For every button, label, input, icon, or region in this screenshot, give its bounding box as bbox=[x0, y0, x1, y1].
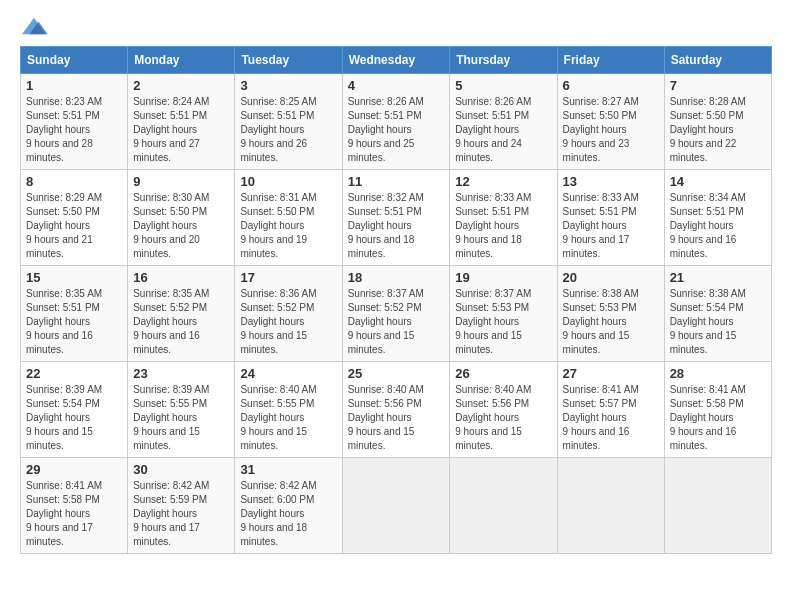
day-number: 4 bbox=[348, 78, 445, 93]
daylight-value: 9 hours and 15 minutes. bbox=[240, 330, 307, 355]
daylight-value: 9 hours and 17 minutes. bbox=[133, 522, 200, 547]
day-number: 27 bbox=[563, 366, 659, 381]
calendar-header-row: SundayMondayTuesdayWednesdayThursdayFrid… bbox=[21, 47, 772, 74]
sunset-label: Sunset: 5:50 PM bbox=[670, 110, 744, 121]
daylight-value: 9 hours and 15 minutes. bbox=[563, 330, 630, 355]
sunrise-label: Sunrise: 8:26 AM bbox=[348, 96, 424, 107]
daylight-label: Daylight hours bbox=[348, 316, 412, 327]
daylight-label: Daylight hours bbox=[26, 412, 90, 423]
day-number: 7 bbox=[670, 78, 766, 93]
sunrise-label: Sunrise: 8:35 AM bbox=[26, 288, 102, 299]
daylight-label: Daylight hours bbox=[455, 412, 519, 423]
daylight-value: 9 hours and 27 minutes. bbox=[133, 138, 200, 163]
day-info: Sunrise: 8:26 AM Sunset: 5:51 PM Dayligh… bbox=[455, 95, 551, 165]
sunrise-label: Sunrise: 8:41 AM bbox=[670, 384, 746, 395]
day-number: 9 bbox=[133, 174, 229, 189]
daylight-label: Daylight hours bbox=[26, 124, 90, 135]
calendar-cell: 5 Sunrise: 8:26 AM Sunset: 5:51 PM Dayli… bbox=[450, 74, 557, 170]
day-info: Sunrise: 8:36 AM Sunset: 5:52 PM Dayligh… bbox=[240, 287, 336, 357]
calendar-header-tuesday: Tuesday bbox=[235, 47, 342, 74]
calendar-cell: 28 Sunrise: 8:41 AM Sunset: 5:58 PM Dayl… bbox=[664, 362, 771, 458]
day-info: Sunrise: 8:40 AM Sunset: 5:56 PM Dayligh… bbox=[348, 383, 445, 453]
day-number: 22 bbox=[26, 366, 122, 381]
sunset-label: Sunset: 5:52 PM bbox=[133, 302, 207, 313]
sunrise-label: Sunrise: 8:41 AM bbox=[26, 480, 102, 491]
daylight-value: 9 hours and 23 minutes. bbox=[563, 138, 630, 163]
daylight-value: 9 hours and 16 minutes. bbox=[563, 426, 630, 451]
day-number: 16 bbox=[133, 270, 229, 285]
daylight-label: Daylight hours bbox=[348, 220, 412, 231]
daylight-value: 9 hours and 17 minutes. bbox=[26, 522, 93, 547]
day-number: 5 bbox=[455, 78, 551, 93]
calendar-cell: 11 Sunrise: 8:32 AM Sunset: 5:51 PM Dayl… bbox=[342, 170, 450, 266]
sunrise-label: Sunrise: 8:35 AM bbox=[133, 288, 209, 299]
sunset-label: Sunset: 5:58 PM bbox=[26, 494, 100, 505]
daylight-label: Daylight hours bbox=[670, 316, 734, 327]
sunset-label: Sunset: 5:51 PM bbox=[455, 206, 529, 217]
calendar-cell: 18 Sunrise: 8:37 AM Sunset: 5:52 PM Dayl… bbox=[342, 266, 450, 362]
sunrise-label: Sunrise: 8:40 AM bbox=[240, 384, 316, 395]
sunrise-label: Sunrise: 8:41 AM bbox=[563, 384, 639, 395]
daylight-value: 9 hours and 18 minutes. bbox=[455, 234, 522, 259]
daylight-label: Daylight hours bbox=[563, 220, 627, 231]
sunrise-label: Sunrise: 8:30 AM bbox=[133, 192, 209, 203]
calendar-cell: 26 Sunrise: 8:40 AM Sunset: 5:56 PM Dayl… bbox=[450, 362, 557, 458]
calendar-cell: 23 Sunrise: 8:39 AM Sunset: 5:55 PM Dayl… bbox=[128, 362, 235, 458]
sunrise-label: Sunrise: 8:37 AM bbox=[348, 288, 424, 299]
daylight-value: 9 hours and 26 minutes. bbox=[240, 138, 307, 163]
calendar-week-3: 15 Sunrise: 8:35 AM Sunset: 5:51 PM Dayl… bbox=[21, 266, 772, 362]
daylight-value: 9 hours and 15 minutes. bbox=[455, 330, 522, 355]
daylight-label: Daylight hours bbox=[348, 412, 412, 423]
daylight-value: 9 hours and 15 minutes. bbox=[133, 426, 200, 451]
sunrise-label: Sunrise: 8:39 AM bbox=[133, 384, 209, 395]
day-info: Sunrise: 8:41 AM Sunset: 5:58 PM Dayligh… bbox=[670, 383, 766, 453]
calendar-header-monday: Monday bbox=[128, 47, 235, 74]
calendar-cell: 12 Sunrise: 8:33 AM Sunset: 5:51 PM Dayl… bbox=[450, 170, 557, 266]
sunrise-label: Sunrise: 8:42 AM bbox=[133, 480, 209, 491]
sunrise-label: Sunrise: 8:27 AM bbox=[563, 96, 639, 107]
daylight-label: Daylight hours bbox=[26, 508, 90, 519]
calendar-cell: 15 Sunrise: 8:35 AM Sunset: 5:51 PM Dayl… bbox=[21, 266, 128, 362]
sunset-label: Sunset: 5:51 PM bbox=[348, 206, 422, 217]
sunrise-label: Sunrise: 8:33 AM bbox=[563, 192, 639, 203]
daylight-label: Daylight hours bbox=[240, 412, 304, 423]
calendar-header-wednesday: Wednesday bbox=[342, 47, 450, 74]
calendar-cell bbox=[557, 458, 664, 554]
calendar-cell: 1 Sunrise: 8:23 AM Sunset: 5:51 PM Dayli… bbox=[21, 74, 128, 170]
daylight-value: 9 hours and 21 minutes. bbox=[26, 234, 93, 259]
day-number: 14 bbox=[670, 174, 766, 189]
sunrise-label: Sunrise: 8:25 AM bbox=[240, 96, 316, 107]
daylight-value: 9 hours and 25 minutes. bbox=[348, 138, 415, 163]
daylight-value: 9 hours and 15 minutes. bbox=[348, 330, 415, 355]
daylight-label: Daylight hours bbox=[670, 220, 734, 231]
sunrise-label: Sunrise: 8:40 AM bbox=[455, 384, 531, 395]
calendar-cell bbox=[342, 458, 450, 554]
daylight-label: Daylight hours bbox=[563, 412, 627, 423]
day-info: Sunrise: 8:35 AM Sunset: 5:52 PM Dayligh… bbox=[133, 287, 229, 357]
sunset-label: Sunset: 5:51 PM bbox=[133, 110, 207, 121]
day-info: Sunrise: 8:25 AM Sunset: 5:51 PM Dayligh… bbox=[240, 95, 336, 165]
day-info: Sunrise: 8:42 AM Sunset: 6:00 PM Dayligh… bbox=[240, 479, 336, 549]
sunrise-label: Sunrise: 8:32 AM bbox=[348, 192, 424, 203]
day-number: 18 bbox=[348, 270, 445, 285]
day-info: Sunrise: 8:29 AM Sunset: 5:50 PM Dayligh… bbox=[26, 191, 122, 261]
day-number: 10 bbox=[240, 174, 336, 189]
sunset-label: Sunset: 5:57 PM bbox=[563, 398, 637, 409]
day-number: 17 bbox=[240, 270, 336, 285]
sunrise-label: Sunrise: 8:36 AM bbox=[240, 288, 316, 299]
daylight-label: Daylight hours bbox=[670, 124, 734, 135]
day-number: 6 bbox=[563, 78, 659, 93]
sunset-label: Sunset: 5:51 PM bbox=[563, 206, 637, 217]
sunrise-label: Sunrise: 8:34 AM bbox=[670, 192, 746, 203]
calendar-cell: 21 Sunrise: 8:38 AM Sunset: 5:54 PM Dayl… bbox=[664, 266, 771, 362]
sunset-label: Sunset: 5:53 PM bbox=[563, 302, 637, 313]
day-number: 26 bbox=[455, 366, 551, 381]
calendar-header-saturday: Saturday bbox=[664, 47, 771, 74]
sunset-label: Sunset: 6:00 PM bbox=[240, 494, 314, 505]
calendar-cell bbox=[664, 458, 771, 554]
calendar-cell: 4 Sunrise: 8:26 AM Sunset: 5:51 PM Dayli… bbox=[342, 74, 450, 170]
daylight-value: 9 hours and 16 minutes. bbox=[26, 330, 93, 355]
sunrise-label: Sunrise: 8:37 AM bbox=[455, 288, 531, 299]
day-number: 3 bbox=[240, 78, 336, 93]
day-number: 29 bbox=[26, 462, 122, 477]
